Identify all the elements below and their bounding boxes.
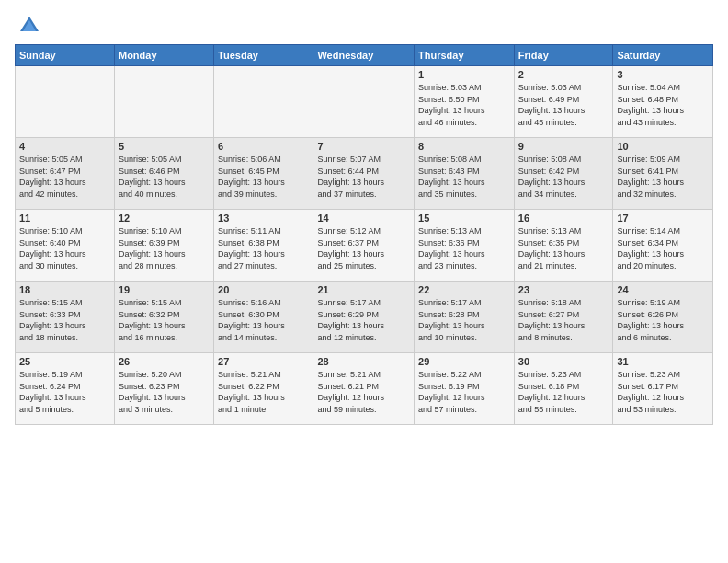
day-number: 1 — [418, 69, 510, 80]
weekday-header: Thursday — [415, 45, 515, 66]
weekday-header: Wednesday — [313, 45, 415, 66]
calendar-week-row: 4Sunrise: 5:05 AM Sunset: 6:47 PM Daylig… — [16, 138, 713, 210]
day-info: Sunrise: 5:03 AM Sunset: 6:49 PM Dayligh… — [518, 82, 609, 128]
header — [15, 15, 713, 33]
calendar-week-row: 18Sunrise: 5:15 AM Sunset: 6:33 PM Dayli… — [16, 282, 713, 353]
calendar-cell: 18Sunrise: 5:15 AM Sunset: 6:33 PM Dayli… — [16, 282, 115, 353]
calendar-cell: 16Sunrise: 5:13 AM Sunset: 6:35 PM Dayli… — [514, 210, 613, 282]
day-info: Sunrise: 5:15 AM Sunset: 6:32 PM Dayligh… — [119, 297, 210, 343]
calendar-week-row: 25Sunrise: 5:19 AM Sunset: 6:24 PM Dayli… — [16, 353, 713, 425]
day-info: Sunrise: 5:10 AM Sunset: 6:40 PM Dayligh… — [19, 225, 110, 271]
calendar-cell: 2Sunrise: 5:03 AM Sunset: 6:49 PM Daylig… — [514, 66, 613, 138]
calendar-cell: 28Sunrise: 5:21 AM Sunset: 6:21 PM Dayli… — [313, 353, 415, 425]
day-number: 7 — [317, 141, 410, 152]
day-number: 21 — [317, 284, 410, 295]
calendar-week-row: 1Sunrise: 5:03 AM Sunset: 6:50 PM Daylig… — [16, 66, 713, 138]
day-info: Sunrise: 5:22 AM Sunset: 6:19 PM Dayligh… — [418, 369, 510, 415]
calendar-cell — [214, 66, 313, 138]
calendar-cell: 12Sunrise: 5:10 AM Sunset: 6:39 PM Dayli… — [114, 210, 213, 282]
day-info: Sunrise: 5:15 AM Sunset: 6:33 PM Dayligh… — [19, 297, 110, 343]
calendar-cell: 3Sunrise: 5:04 AM Sunset: 6:48 PM Daylig… — [613, 66, 713, 138]
calendar-cell: 10Sunrise: 5:09 AM Sunset: 6:41 PM Dayli… — [613, 138, 713, 210]
day-info: Sunrise: 5:03 AM Sunset: 6:50 PM Dayligh… — [418, 82, 510, 128]
day-number: 31 — [617, 356, 709, 367]
calendar-cell: 17Sunrise: 5:14 AM Sunset: 6:34 PM Dayli… — [613, 210, 713, 282]
day-info: Sunrise: 5:11 AM Sunset: 6:38 PM Dayligh… — [218, 225, 309, 271]
day-number: 5 — [119, 141, 210, 152]
day-number: 15 — [418, 213, 510, 224]
calendar-table: SundayMondayTuesdayWednesdayThursdayFrid… — [15, 44, 713, 425]
calendar-cell: 26Sunrise: 5:20 AM Sunset: 6:23 PM Dayli… — [114, 353, 213, 425]
calendar-cell: 27Sunrise: 5:21 AM Sunset: 6:22 PM Dayli… — [214, 353, 313, 425]
calendar-cell: 11Sunrise: 5:10 AM Sunset: 6:40 PM Dayli… — [16, 210, 115, 282]
day-info: Sunrise: 5:23 AM Sunset: 6:18 PM Dayligh… — [518, 369, 609, 415]
weekday-header: Sunday — [16, 45, 115, 66]
weekday-header: Tuesday — [214, 45, 313, 66]
day-number: 23 — [518, 284, 609, 295]
day-info: Sunrise: 5:16 AM Sunset: 6:30 PM Dayligh… — [218, 297, 309, 343]
logo-icon — [18, 15, 40, 37]
day-info: Sunrise: 5:05 AM Sunset: 6:46 PM Dayligh… — [119, 154, 210, 200]
day-number: 16 — [518, 213, 609, 224]
day-number: 25 — [19, 356, 110, 367]
calendar-cell — [313, 66, 415, 138]
day-number: 13 — [218, 213, 309, 224]
day-info: Sunrise: 5:20 AM Sunset: 6:23 PM Dayligh… — [119, 369, 210, 415]
calendar-cell: 5Sunrise: 5:05 AM Sunset: 6:46 PM Daylig… — [114, 138, 213, 210]
calendar-cell: 9Sunrise: 5:08 AM Sunset: 6:42 PM Daylig… — [514, 138, 613, 210]
day-number: 6 — [218, 141, 309, 152]
day-info: Sunrise: 5:05 AM Sunset: 6:47 PM Dayligh… — [19, 154, 110, 200]
calendar-cell: 8Sunrise: 5:08 AM Sunset: 6:43 PM Daylig… — [415, 138, 515, 210]
day-info: Sunrise: 5:21 AM Sunset: 6:22 PM Dayligh… — [218, 369, 309, 415]
day-number: 27 — [218, 356, 309, 367]
day-info: Sunrise: 5:13 AM Sunset: 6:36 PM Dayligh… — [418, 225, 510, 271]
day-info: Sunrise: 5:18 AM Sunset: 6:27 PM Dayligh… — [518, 297, 609, 343]
day-number: 17 — [617, 213, 709, 224]
day-info: Sunrise: 5:13 AM Sunset: 6:35 PM Dayligh… — [518, 225, 609, 271]
day-number: 10 — [617, 141, 709, 152]
day-info: Sunrise: 5:12 AM Sunset: 6:37 PM Dayligh… — [317, 225, 410, 271]
day-number: 22 — [418, 284, 510, 295]
calendar-cell: 1Sunrise: 5:03 AM Sunset: 6:50 PM Daylig… — [415, 66, 515, 138]
day-info: Sunrise: 5:10 AM Sunset: 6:39 PM Dayligh… — [119, 225, 210, 271]
day-info: Sunrise: 5:23 AM Sunset: 6:17 PM Dayligh… — [617, 369, 709, 415]
day-info: Sunrise: 5:17 AM Sunset: 6:29 PM Dayligh… — [317, 297, 410, 343]
calendar-cell: 24Sunrise: 5:19 AM Sunset: 6:26 PM Dayli… — [613, 282, 713, 353]
day-number: 8 — [418, 141, 510, 152]
calendar-cell: 29Sunrise: 5:22 AM Sunset: 6:19 PM Dayli… — [415, 353, 515, 425]
calendar-cell — [114, 66, 213, 138]
day-number: 14 — [317, 213, 410, 224]
calendar-cell: 14Sunrise: 5:12 AM Sunset: 6:37 PM Dayli… — [313, 210, 415, 282]
weekday-header: Monday — [114, 45, 213, 66]
calendar-cell: 31Sunrise: 5:23 AM Sunset: 6:17 PM Dayli… — [613, 353, 713, 425]
weekday-header: Saturday — [613, 45, 713, 66]
day-number: 2 — [518, 69, 609, 80]
calendar-cell: 19Sunrise: 5:15 AM Sunset: 6:32 PM Dayli… — [114, 282, 213, 353]
calendar-week-row: 11Sunrise: 5:10 AM Sunset: 6:40 PM Dayli… — [16, 210, 713, 282]
logo — [15, 15, 40, 33]
weekday-header-row: SundayMondayTuesdayWednesdayThursdayFrid… — [16, 45, 713, 66]
calendar-cell: 7Sunrise: 5:07 AM Sunset: 6:44 PM Daylig… — [313, 138, 415, 210]
day-number: 20 — [218, 284, 309, 295]
day-number: 9 — [518, 141, 609, 152]
day-info: Sunrise: 5:14 AM Sunset: 6:34 PM Dayligh… — [617, 225, 709, 271]
calendar-cell — [16, 66, 115, 138]
calendar-cell: 4Sunrise: 5:05 AM Sunset: 6:47 PM Daylig… — [16, 138, 115, 210]
day-number: 11 — [19, 213, 110, 224]
calendar-cell: 30Sunrise: 5:23 AM Sunset: 6:18 PM Dayli… — [514, 353, 613, 425]
day-info: Sunrise: 5:08 AM Sunset: 6:42 PM Dayligh… — [518, 154, 609, 200]
page: SundayMondayTuesdayWednesdayThursdayFrid… — [0, 0, 728, 432]
day-info: Sunrise: 5:08 AM Sunset: 6:43 PM Dayligh… — [418, 154, 510, 200]
day-info: Sunrise: 5:21 AM Sunset: 6:21 PM Dayligh… — [317, 369, 410, 415]
day-info: Sunrise: 5:09 AM Sunset: 6:41 PM Dayligh… — [617, 154, 709, 200]
day-number: 19 — [119, 284, 210, 295]
day-info: Sunrise: 5:19 AM Sunset: 6:24 PM Dayligh… — [19, 369, 110, 415]
day-info: Sunrise: 5:06 AM Sunset: 6:45 PM Dayligh… — [218, 154, 309, 200]
day-number: 26 — [119, 356, 210, 367]
day-number: 28 — [317, 356, 410, 367]
day-number: 29 — [418, 356, 510, 367]
day-number: 4 — [19, 141, 110, 152]
calendar-cell: 23Sunrise: 5:18 AM Sunset: 6:27 PM Dayli… — [514, 282, 613, 353]
day-info: Sunrise: 5:04 AM Sunset: 6:48 PM Dayligh… — [617, 82, 709, 128]
calendar-cell: 22Sunrise: 5:17 AM Sunset: 6:28 PM Dayli… — [415, 282, 515, 353]
